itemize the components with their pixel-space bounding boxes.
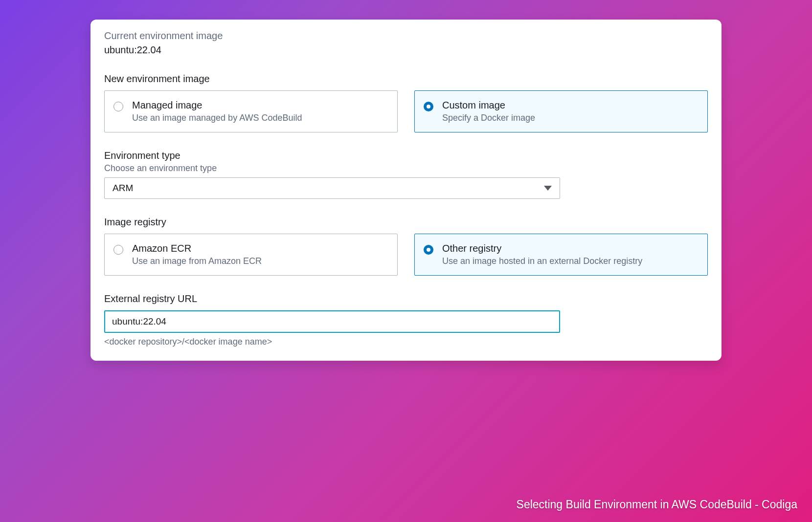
env-type-selected-value: ARM	[113, 183, 133, 193]
radio-managed-desc: Use an image managed by AWS CodeBuild	[132, 113, 388, 123]
radio-other-title: Other registry	[442, 243, 699, 254]
radio-managed-image[interactable]: Managed image Use an image managed by AW…	[104, 90, 398, 132]
external-url-help: <docker repository>/<docker image name>	[104, 337, 708, 347]
env-type-select[interactable]: ARM	[104, 177, 560, 199]
radio-other-registry[interactable]: Other registry Use an image hosted in an…	[414, 234, 708, 276]
radio-ecr-title: Amazon ECR	[132, 243, 388, 254]
current-image-label: Current environment image	[104, 30, 708, 42]
new-image-radio-group: Managed image Use an image managed by AW…	[104, 90, 708, 132]
radio-ecr-desc: Use an image from Amazon ECR	[132, 256, 388, 266]
radio-managed-title: Managed image	[132, 100, 388, 111]
radio-other-desc: Use an image hosted in an external Docke…	[442, 256, 699, 266]
radio-custom-desc: Specify a Docker image	[442, 113, 699, 123]
radio-custom-image[interactable]: Custom image Specify a Docker image	[414, 90, 708, 132]
radio-icon	[424, 245, 433, 255]
config-panel: Current environment image ubuntu:22.04 N…	[90, 20, 722, 361]
current-image-value: ubuntu:22.04	[104, 44, 708, 56]
image-caption: Selecting Build Environment in AWS CodeB…	[517, 498, 797, 511]
radio-icon	[113, 245, 123, 255]
external-url-input[interactable]	[104, 310, 560, 333]
radio-custom-title: Custom image	[442, 100, 699, 111]
env-type-help: Choose an environment type	[104, 163, 708, 174]
external-url-label: External registry URL	[104, 293, 708, 304]
chevron-down-icon	[544, 186, 552, 191]
env-type-label: Environment type	[104, 150, 708, 161]
radio-icon	[424, 102, 433, 111]
radio-icon	[113, 102, 123, 111]
env-type-select-wrap: ARM	[104, 177, 560, 199]
registry-radio-group: Amazon ECR Use an image from Amazon ECR …	[104, 234, 708, 276]
new-image-label: New environment image	[104, 73, 708, 85]
registry-label: Image registry	[104, 217, 708, 228]
radio-amazon-ecr[interactable]: Amazon ECR Use an image from Amazon ECR	[104, 234, 398, 276]
